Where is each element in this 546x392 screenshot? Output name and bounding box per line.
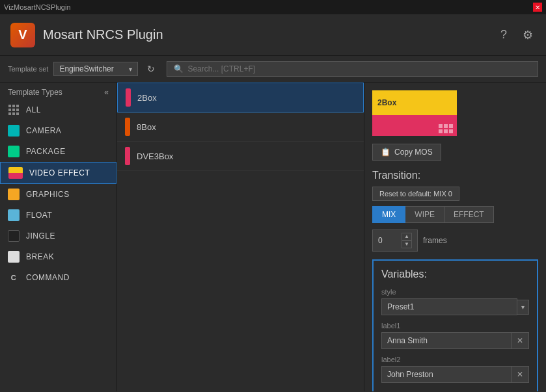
variables-title: Variables: [381,268,529,280]
template-color-8box [125,118,130,136]
sidebar-item-all[interactable]: ALL [0,99,116,120]
template-set-row: Template set EngineSwitcher ▾ ↻ 🔍 [0,56,546,83]
search-icon: 🔍 [174,64,184,73]
frames-label: frames [423,236,447,245]
frames-row: 0 ▲ ▼ frames [372,229,538,252]
template-set-label: Template set [8,65,48,73]
sidebar-label-graphics: GRAPHICS [26,190,70,199]
sidebar-item-command[interactable]: C COMMAND [0,267,116,288]
copy-mos-button[interactable]: 📋 Copy MOS [372,144,441,161]
header: V Mosart NRCS Plugin ? ⚙ [0,14,546,56]
sidebar-label-all: ALL [26,105,41,114]
label1-input-row: ✕ [381,332,529,349]
sidebar-label-package: PACKAGE [26,147,66,156]
label2-input-row: ✕ [381,366,529,383]
preview-label: 2Box [377,98,396,107]
label1-clear-button[interactable]: ✕ [512,332,529,349]
jingle-icon [8,230,20,242]
template-name-2box: 2Box [137,93,157,103]
sidebar-item-camera[interactable]: CAMERA [0,120,116,141]
sidebar-item-float[interactable]: FLOAT [0,205,116,226]
template-name-8box: 8Box [137,122,156,132]
sidebar-header: Template Types « [0,83,116,99]
frames-increment[interactable]: ▲ [402,233,412,241]
float-icon [8,209,20,221]
template-item-8box[interactable]: 8Box [117,112,364,142]
graphics-icon [8,189,20,200]
titlebar-title: VizMosartNCSPlugin [4,3,71,11]
command-icon: C [8,272,20,283]
sidebar-label-jingle: JINGLE [26,231,55,241]
chevron-down-icon: ▾ [129,66,132,73]
copy-icon: 📋 [381,148,390,157]
all-icon [8,104,20,116]
label1-label: label1 [381,322,529,330]
frames-decrement[interactable]: ▼ [402,241,412,248]
template-set-value: EngineSwitcher [59,64,113,73]
close-button[interactable]: ✕ [533,3,542,12]
reset-default-button[interactable]: Reset to default: MIX 0 [372,187,459,201]
transition-section: Transition: Reset to default: MIX 0 MIX … [372,170,538,252]
main-layout: Template Types « ALL CAMERA PACKAGE [0,83,546,391]
sidebar-label-video-effect: VIDEO EFFECT [29,168,90,177]
copy-mos-label: Copy MOS [394,148,433,157]
camera-icon [8,125,20,137]
template-color-dve3box [125,147,130,165]
label1-input[interactable] [381,332,512,349]
spinner-buttons: ▲ ▼ [402,233,412,248]
break-icon [8,251,20,263]
preview-top: 2Box [372,90,457,115]
search-box: 🔍 [167,61,538,77]
template-set-select[interactable]: EngineSwitcher ▾ [53,62,138,76]
template-name-dve3box: DVE3Box [137,151,173,161]
app-icon: V [10,23,35,47]
style-label: style [381,288,529,296]
label2-label: label2 [381,356,529,363]
search-input[interactable] [187,64,531,73]
right-panel: 2Box 📋 Copy MOS Transition: Reset to def… [364,83,546,391]
package-icon [8,146,20,157]
sidebar-label-break: BREAK [26,252,54,261]
style-dropdown-arrow: ▾ [517,300,529,315]
titlebar: VizMosartNCSPlugin ✕ [0,0,546,14]
app-title: Mosart NRCS Plugin [43,27,498,42]
settings-button[interactable]: ⚙ [520,25,536,45]
template-item-2box[interactable]: 2Box [117,83,364,112]
help-button[interactable]: ? [498,25,510,44]
sidebar-label-camera: CAMERA [26,126,61,135]
sidebar-label-float: FLOAT [26,211,52,220]
template-item-dve3box[interactable]: DVE3Box [117,142,364,171]
preview-bottom [372,115,457,136]
tab-effect[interactable]: EFFECT [444,206,494,223]
frames-input-container: 0 ▲ ▼ [372,229,418,252]
sidebar-item-video-effect[interactable]: VIDEO EFFECT [0,162,116,184]
tab-wipe[interactable]: WIPE [405,206,444,223]
sidebar-item-break[interactable]: BREAK [0,246,116,267]
label2-clear-button[interactable]: ✕ [512,366,529,383]
sidebar-item-package[interactable]: PACKAGE [0,141,116,162]
style-select-row: Preset1 Preset2 Preset3 ▾ [381,298,529,315]
label2-input[interactable] [381,366,512,383]
tab-mix[interactable]: MIX [372,206,405,223]
template-types-label: Template Types [8,88,62,97]
transition-title: Transition: [372,170,538,181]
style-select[interactable]: Preset1 Preset2 Preset3 [381,298,517,315]
video-effect-icon [8,167,23,179]
sidebar-label-command: COMMAND [26,273,70,282]
header-buttons: ? ⚙ [498,25,536,45]
template-list: 2Box 8Box DVE3Box [117,83,364,391]
variables-section: Variables: style Preset1 Preset2 Preset3… [372,259,538,391]
preview-box: 2Box [372,90,457,136]
frames-value: 0 [378,236,383,245]
preview-dots [439,124,453,133]
sidebar-item-graphics[interactable]: GRAPHICS [0,184,116,205]
sidebar-item-jingle[interactable]: JINGLE [0,226,116,246]
collapse-icon[interactable]: « [104,88,109,97]
template-color-2box [126,88,131,107]
sidebar: Template Types « ALL CAMERA PACKAGE [0,83,117,391]
transition-tabs: MIX WIPE EFFECT [372,206,538,223]
refresh-button[interactable]: ↻ [143,61,159,77]
